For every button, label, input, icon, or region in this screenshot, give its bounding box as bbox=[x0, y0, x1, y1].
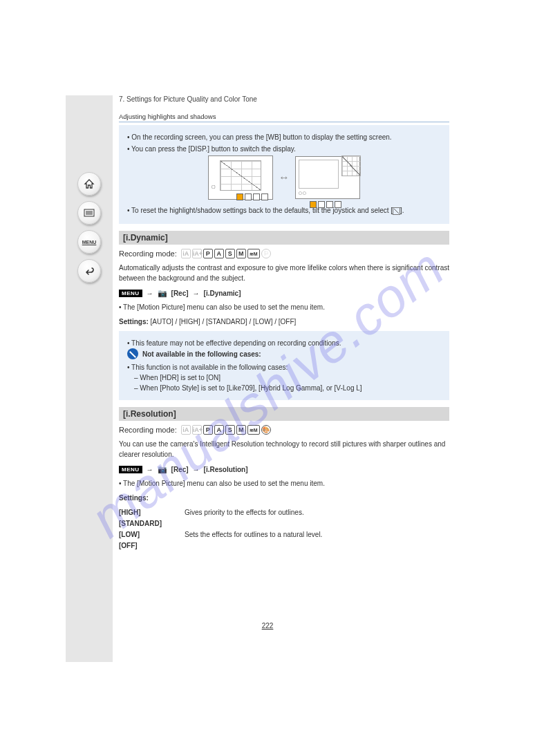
mode-creative-icon: ⚐ bbox=[261, 249, 271, 258]
menu-path-item: [i.Dynamic] bbox=[204, 290, 241, 297]
menu-path-rec: [Rec] bbox=[171, 290, 189, 297]
preset-marker-b3 bbox=[326, 201, 333, 208]
idyn-not-avail-header: Not available in the following cases: bbox=[127, 348, 441, 359]
preset-marker-1 bbox=[236, 193, 243, 200]
ires-modes-row: Recording mode: iA iA+ P A S M ≋M 🎨 bbox=[119, 425, 449, 435]
mode-a-icon: A bbox=[214, 249, 224, 258]
note1-line2: • You can press the [DISP.] button to sw… bbox=[127, 144, 441, 154]
figure-a-controls-icon: ▢ bbox=[212, 184, 216, 190]
mode-iaplus-icon-2: iA+ bbox=[192, 425, 202, 435]
home-button[interactable] bbox=[77, 172, 101, 196]
idyn-info-box: • This feature may not be effective depe… bbox=[119, 331, 449, 400]
back-button[interactable] bbox=[77, 259, 101, 283]
list-icon bbox=[84, 209, 95, 217]
figure-b: ▢ ▢ bbox=[295, 156, 360, 199]
ires-mode-icons: iA iA+ P A S M ≋M 🎨 bbox=[181, 425, 271, 435]
idyn-modes-label: Recording mode: bbox=[119, 249, 177, 258]
note1-line3: • To reset the highlight/shadow settings… bbox=[127, 205, 441, 216]
preset-marker-2 bbox=[245, 193, 252, 200]
reset-preset-icon bbox=[393, 207, 400, 215]
mode-a-icon-2: A bbox=[214, 425, 224, 435]
mode-movie-icon: ≋M bbox=[247, 249, 260, 258]
nav-buttons: MENU bbox=[71, 169, 107, 288]
graph-grid-icon bbox=[220, 160, 261, 191]
arrow-icon-3: → bbox=[147, 466, 153, 473]
ires-settings-label: Settings: bbox=[119, 494, 449, 502]
idyn-modes-row: Recording mode: iA iA+ P A S M ≋M ⚐ bbox=[119, 249, 449, 258]
mode-movie-icon-2: ≋M bbox=[247, 425, 260, 435]
menu-path-rec-2: [Rec] bbox=[171, 466, 189, 473]
arrow-icon-2: → bbox=[193, 290, 200, 297]
settings-row-high: [HIGH] Gives priority to the effects for… bbox=[119, 507, 449, 518]
figure-row: ▢ ↔ ▢ ▢ bbox=[127, 155, 441, 200]
mode-iaplus-icon: iA+ bbox=[192, 249, 202, 258]
note1-line1: • On the recording screen, you can press… bbox=[127, 132, 441, 142]
mode-s-icon-2: S bbox=[225, 425, 235, 435]
figure-b-controls-icon: ▢ ▢ bbox=[299, 191, 306, 196]
idyn-not-avail-3: – When [Photo Style] is set to [Like709]… bbox=[127, 383, 441, 393]
idyn-menu-path: MENU → 📷 [Rec] → [i.Dynamic] bbox=[119, 289, 449, 298]
idyn-mode-icons: iA iA+ P A S M ≋M ⚐ bbox=[181, 249, 271, 258]
mode-ia-icon: iA bbox=[181, 249, 191, 258]
subsection-label: Adjusting highlights and shadows bbox=[119, 113, 449, 122]
ires-menu-also: • The [Motion Picture] menu can also be … bbox=[119, 478, 449, 489]
bidirectional-arrow-icon: ↔ bbox=[279, 169, 290, 186]
idyn-menu-also: • The [Motion Picture] menu can also be … bbox=[119, 302, 449, 312]
mode-p-icon-2: P bbox=[203, 425, 213, 435]
content-column: 7. Settings for Picture Quality and Colo… bbox=[119, 95, 449, 554]
preset-marker-b2 bbox=[318, 201, 325, 208]
page-container: MENU 7. Settings for Picture Quality and… bbox=[0, 0, 535, 756]
arrow-icon-4: → bbox=[193, 466, 200, 473]
settings-row-standard: [STANDARD] bbox=[119, 518, 449, 529]
arrow-icon: → bbox=[147, 290, 153, 297]
menu-badge-icon: MENU bbox=[119, 290, 142, 297]
mode-s-icon: S bbox=[225, 249, 235, 258]
figure-a: ▢ bbox=[208, 155, 273, 200]
preview-pane-icon bbox=[299, 160, 339, 189]
ires-desc: You can use the camera's Intelligent Res… bbox=[119, 439, 449, 460]
mode-creative-icon-2: 🎨 bbox=[261, 425, 271, 435]
mini-graph-icon bbox=[341, 155, 361, 176]
camera-icon-2: 📷 bbox=[158, 465, 167, 474]
ires-modes-label: Recording mode: bbox=[119, 426, 177, 434]
idyn-not-avail-2: – When [HDR] is set to [ON] bbox=[127, 372, 441, 383]
home-icon bbox=[84, 178, 95, 189]
ires-menu-path: MENU → 📷 [Rec] → [i.Resolution] bbox=[119, 465, 449, 474]
idyn-settings: Settings: [AUTO] / [HIGH] / [STANDARD] /… bbox=[119, 318, 449, 325]
note-box-1: • On the recording screen, you can press… bbox=[119, 125, 449, 224]
idyn-desc: Automatically adjusts the contrast and e… bbox=[119, 263, 449, 283]
mode-p-icon: P bbox=[203, 249, 213, 258]
idyn-not-avail-1: • This function is not available in the … bbox=[127, 362, 441, 372]
ires-settings-list: [HIGH] Gives priority to the effects for… bbox=[119, 507, 449, 551]
camera-icon: 📷 bbox=[158, 289, 167, 298]
page-header: 7. Settings for Picture Quality and Colo… bbox=[119, 95, 449, 103]
section-ires-title: [i.Resolution] bbox=[119, 407, 449, 421]
mode-m-icon: M bbox=[236, 249, 246, 258]
mode-ia-icon-2: iA bbox=[181, 425, 191, 435]
section-idynamic-title: [i.Dynamic] bbox=[119, 231, 449, 245]
back-icon bbox=[84, 267, 95, 275]
settings-row-off: [OFF] bbox=[119, 540, 449, 551]
mode-m-icon-2: M bbox=[236, 425, 246, 435]
sidebar: MENU bbox=[66, 95, 113, 662]
settings-row-low: [LOW] Sets the effects for outlines to a… bbox=[119, 529, 449, 540]
preset-marker-4 bbox=[261, 193, 268, 200]
idyn-info-bullet: • This feature may not be effective depe… bbox=[127, 338, 441, 348]
preset-marker-b1 bbox=[310, 201, 317, 208]
chapter-label: 7. Settings for Picture Quality and Colo… bbox=[119, 95, 257, 103]
preset-marker-3 bbox=[253, 193, 260, 200]
menu-path-item-2: [i.Resolution] bbox=[204, 466, 248, 473]
menu-button[interactable]: MENU bbox=[77, 230, 101, 254]
preset-marker-b4 bbox=[335, 201, 341, 208]
list-button[interactable] bbox=[77, 201, 101, 225]
page-number: 222 bbox=[0, 622, 535, 630]
not-available-icon bbox=[127, 348, 138, 359]
menu-badge-icon-2: MENU bbox=[119, 466, 142, 473]
